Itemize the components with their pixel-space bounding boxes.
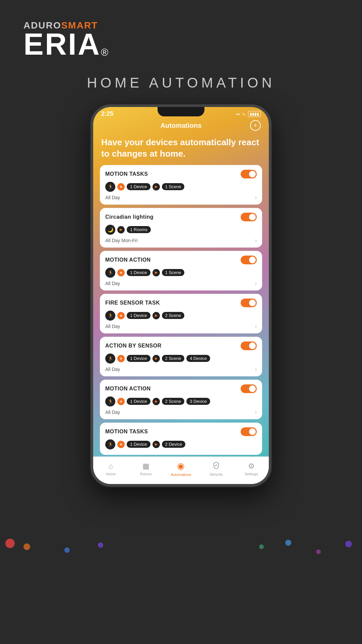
card-4-chevron[interactable]: ›: [255, 323, 257, 329]
card-7-tag-1: 1 Device: [127, 441, 150, 448]
card-5-time: All Day: [105, 367, 120, 372]
svg-point-4: [259, 544, 264, 549]
nav-rooms[interactable]: ▦ Rooms: [128, 462, 164, 476]
security-icon: [213, 462, 220, 471]
card-4-toggle[interactable]: [241, 299, 257, 307]
add-automation-button[interactable]: +: [250, 120, 261, 131]
card-7-tag-2: 2 Device: [162, 441, 186, 448]
card-4-motion-icon: 🏃: [105, 311, 115, 321]
nav-automations-label: Automations: [171, 473, 191, 477]
settings-icon: ⚙: [248, 462, 255, 471]
rooms-icon: ▦: [142, 462, 149, 471]
card-7-title: MOTION TASKS: [105, 429, 148, 435]
card-5-motion-icon: 🏃: [105, 354, 115, 364]
card-4-title: FIRE SENSOR TASK: [105, 300, 160, 306]
svg-point-1: [23, 543, 30, 550]
card-3-motion-icon: 🏃: [105, 268, 115, 278]
brand-reg: ®: [101, 47, 108, 58]
signal-icon: ▪▪▪: [236, 112, 240, 116]
top-bar: Automations +: [100, 117, 262, 134]
nav-home[interactable]: ⌂ Home: [93, 462, 128, 476]
card-3-title: MOTION ACTION: [105, 257, 151, 263]
card-3-toggle[interactable]: [241, 256, 257, 264]
card-5-toggle[interactable]: [241, 341, 257, 350]
nav-home-label: Home: [106, 472, 116, 476]
card-2-toggle[interactable]: [241, 213, 257, 221]
card-6-chevron[interactable]: ›: [255, 409, 257, 415]
hero-text: Have your devices automatically react to…: [100, 134, 262, 165]
cards-list: MOTION TASKS 🏃 + 1 Device ▶ 1 Scene All …: [100, 165, 262, 455]
nav-rooms-label: Rooms: [140, 472, 152, 476]
svg-point-6: [316, 549, 321, 554]
card-3-plus-icon: +: [117, 269, 125, 276]
nav-settings-label: Settings: [245, 472, 258, 476]
nav-settings[interactable]: ⚙ Settings: [234, 462, 269, 476]
card-2-tags: 🌙 ▶ 1 Rooms: [105, 225, 257, 235]
phone-screen: 2:25 ▪▪▪ ∿ ▮▮▮▮ Automations + Have your …: [93, 107, 269, 484]
card-3-tags: 🏃 + 1 Device ▶ 1 Scene: [105, 268, 257, 278]
svg-point-0: [5, 539, 15, 548]
page-title: HOME AUTOMATION: [0, 75, 362, 91]
bottom-nav: ⌂ Home ▦ Rooms ◉ Automations: [93, 457, 269, 484]
card-4-plus-icon: +: [117, 312, 125, 319]
automation-card-5[interactable]: ACTION BY SENSOR 🏃 + 1 Device ▶ 2 Scene …: [100, 337, 262, 376]
card-7-arrow-icon: ▶: [153, 441, 160, 448]
card-5-tag-2: 2 Scene: [162, 355, 185, 362]
card-7-plus-icon: +: [117, 441, 125, 448]
automations-icon: ◉: [177, 461, 185, 471]
card-3-tag-2: 1 Scene: [162, 269, 185, 276]
card-3-arrow-icon: ▶: [153, 269, 160, 276]
svg-point-5: [285, 540, 291, 546]
automation-card-6[interactable]: MOTION ACTION 🏃 + 1 Device ▶ 2 Scene 3 D…: [100, 380, 262, 419]
card-3-time: All Day: [105, 281, 120, 286]
card-2-chevron[interactable]: ›: [255, 237, 257, 244]
card-5-plus-icon: +: [117, 355, 125, 362]
card-5-tag-1: 1 Device: [127, 355, 150, 362]
card-1-title: MOTION TASKS: [105, 171, 148, 177]
card-1-arrow-icon: ▶: [153, 183, 160, 191]
svg-point-7: [345, 541, 352, 547]
card-5-chevron[interactable]: ›: [255, 366, 257, 372]
status-icons: ▪▪▪ ∿ ▮▮▮▮: [236, 111, 261, 117]
card-6-tags: 🏃 + 1 Device ▶ 2 Scene 3 Device: [105, 396, 257, 407]
card-7-toggle[interactable]: [241, 427, 257, 436]
card-6-tag-1: 1 Device: [127, 398, 150, 405]
automation-card-2[interactable]: Circadian lighting 🌙 ▶ 1 Rooms All Day M…: [100, 208, 262, 248]
automation-card-3[interactable]: MOTION ACTION 🏃 + 1 Device ▶ 1 Scene All…: [100, 251, 262, 290]
nav-security[interactable]: Security: [198, 462, 234, 476]
svg-point-3: [98, 542, 103, 548]
card-4-tag-2: 2 Scene: [162, 312, 185, 319]
card-4-tag-1: 1 Device: [127, 312, 150, 319]
card-1-time: All Day: [105, 195, 120, 200]
card-1-chevron[interactable]: ›: [255, 195, 257, 201]
card-6-plus-icon: +: [117, 398, 125, 405]
card-7-motion-icon: 🏃: [105, 439, 115, 449]
card-6-title: MOTION ACTION: [105, 386, 151, 392]
card-1-toggle[interactable]: [241, 170, 257, 178]
notch: [158, 107, 204, 116]
card-6-tag-3: 3 Device: [186, 398, 210, 405]
automation-card-7[interactable]: MOTION TASKS 🏃 + 1 Device ▶ 2 Device: [100, 423, 262, 455]
phone-frame: 2:25 ▪▪▪ ∿ ▮▮▮▮ Automations + Have your …: [90, 104, 272, 487]
brand-eria: ERIA: [23, 31, 101, 58]
app-header: ADUROSMART ERIA®: [0, 0, 362, 68]
card-5-title: ACTION BY SENSOR: [105, 343, 162, 349]
card-1-tags: 🏃 + 1 Device ▶ 1 Scene: [105, 182, 257, 192]
card-2-time: All Day Mon-Fri: [105, 238, 137, 243]
card-3-chevron[interactable]: ›: [255, 280, 257, 286]
card-4-arrow-icon: ▶: [153, 312, 160, 319]
card-2-tag-1: 1 Rooms: [127, 226, 151, 233]
card-2-title: Circadian lighting: [105, 214, 154, 220]
card-6-toggle[interactable]: [241, 384, 257, 393]
automation-card-1[interactable]: MOTION TASKS 🏃 + 1 Device ▶ 1 Scene All …: [100, 165, 262, 205]
nav-automations[interactable]: ◉ Automations: [164, 461, 199, 477]
card-1-motion-icon: 🏃: [105, 182, 115, 192]
battery-icon: ▮▮▮▮: [248, 111, 261, 117]
card-7-tags: 🏃 + 1 Device ▶ 2 Device: [105, 439, 257, 449]
card-1-plus-icon: +: [117, 183, 125, 191]
card-2-arrow-icon: ▶: [117, 226, 125, 233]
card-4-time: All Day: [105, 324, 120, 329]
card-6-tag-2: 2 Scene: [162, 398, 185, 405]
card-2-moon-icon: 🌙: [105, 225, 115, 235]
automation-card-4[interactable]: FIRE SENSOR TASK 🏃 + 1 Device ▶ 2 Scene …: [100, 294, 262, 333]
